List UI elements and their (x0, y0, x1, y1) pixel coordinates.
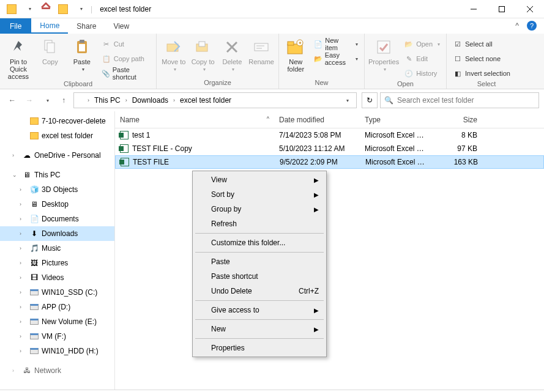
ctx-new[interactable]: New▶ (194, 322, 325, 336)
edit-button[interactable]: ✎Edit (401, 52, 442, 65)
close-button[interactable] (516, 0, 544, 18)
up-button[interactable]: ↑ (56, 93, 71, 108)
downloads-icon: ⬇ (29, 229, 39, 239)
svg-rect-9 (79, 44, 85, 51)
easy-access-icon: 📂 (314, 54, 322, 64)
chevron-right-icon[interactable]: › (86, 97, 91, 103)
refresh-button[interactable]: ↻ (362, 92, 378, 108)
move-to-button[interactable]: Move to▾ (160, 35, 187, 72)
file-row[interactable]: TEST FILE 9/5/2022 2:09 PM Microsoft Exc… (115, 155, 544, 169)
cut-button[interactable]: ✂Cut (99, 37, 152, 51)
copy-to-button[interactable]: Copy to▾ (190, 35, 217, 72)
copy-button[interactable]: Copy (35, 35, 65, 65)
qat-dropdown[interactable]: ▾ (22, 2, 35, 16)
file-list[interactable]: Name ^ Date modified Type Size test 1 7/… (115, 111, 544, 390)
invert-selection-button[interactable]: ◧Invert selection (450, 67, 513, 80)
group-label: Select (450, 80, 523, 89)
file-row[interactable]: test 1 7/14/2023 5:08 PM Microsoft Excel… (115, 128, 544, 142)
tree-item-drive[interactable]: ›WIN10_SSD (C:) (0, 285, 114, 300)
delete-button[interactable]: Delete▾ (219, 35, 246, 72)
tree-item-drive[interactable]: ›WIN10_HDD (H:) (0, 344, 114, 358)
tree-item[interactable]: ›🖼Pictures (0, 256, 114, 270)
help-button[interactable]: ? (524, 18, 539, 33)
history-button[interactable]: 🕘History (401, 67, 442, 80)
forward-button[interactable]: → (22, 93, 37, 108)
minimize-button[interactable] (460, 0, 488, 18)
easy-access-button[interactable]: 📂Easy access▾ (311, 52, 360, 65)
documents-icon: 📄 (29, 214, 39, 224)
tree-item-drive[interactable]: ›APP (D:) (0, 300, 114, 314)
ctx-paste[interactable]: Paste (194, 254, 325, 269)
chevron-right-icon[interactable]: › (124, 97, 129, 103)
ctx-groupby[interactable]: Group by▶ (194, 202, 325, 216)
address-dropdown[interactable]: ▾ (339, 93, 354, 108)
crumb-downloads[interactable]: Downloads (130, 96, 171, 105)
window-title: excel test folder (100, 5, 151, 13)
rename-button[interactable]: Rename (248, 35, 275, 65)
ctx-give-access[interactable]: Give access to▶ (194, 303, 325, 317)
tree-item[interactable]: 7-10-recover-delete (0, 114, 114, 128)
tree-item-thispc[interactable]: ⌄🖥This PC (0, 168, 114, 182)
tree-item-downloads[interactable]: ›⬇Downloads (0, 226, 114, 241)
tree-item[interactable]: ›🎵Music (0, 241, 114, 256)
chevron-right-icon[interactable]: › (172, 97, 176, 103)
ribbon-expand-icon[interactable]: ^ (510, 18, 524, 33)
chevron-right-icon: ▶ (314, 326, 319, 333)
new-folder-button[interactable]: ✦ New folder (283, 35, 309, 73)
tree-item-onedrive[interactable]: ›☁OneDrive - Personal (0, 148, 114, 163)
copy-path-button[interactable]: 📋Copy path (99, 52, 152, 65)
new-item-button[interactable]: 📄New item▾ (311, 37, 360, 51)
open-button[interactable]: 📂Open▾ (401, 37, 442, 51)
file-tab[interactable]: File (0, 18, 31, 34)
pin-quick-access-button[interactable]: Pin to Quick access (4, 35, 33, 80)
column-header-type[interactable]: Type (360, 116, 433, 124)
view-tab[interactable]: View (105, 18, 138, 34)
move-to-icon (164, 37, 184, 57)
crumb-this-pc[interactable]: This PC (92, 96, 123, 105)
column-header-size[interactable]: Size (433, 116, 482, 124)
delete-icon (222, 37, 242, 57)
search-input[interactable]: 🔍 Search excel test folder (380, 92, 539, 108)
select-all-button[interactable]: ☑Select all (450, 37, 513, 51)
ctx-refresh[interactable]: Refresh (194, 216, 325, 231)
back-button[interactable]: ← (5, 93, 20, 108)
ctx-customize[interactable]: Customize this folder... (194, 235, 325, 250)
select-none-button[interactable]: ☐Select none (450, 52, 513, 65)
navigation-tree[interactable]: 7-10-recover-delete excel test folder ›☁… (0, 111, 115, 390)
maximize-button[interactable] (488, 0, 516, 18)
ctx-view[interactable]: View▶ (194, 172, 325, 187)
tree-item[interactable]: excel test folder (0, 128, 114, 143)
properties-button[interactable]: Properties▾ (368, 35, 399, 72)
svg-rect-0 (42, 7, 50, 9)
ctx-properties[interactable]: Properties (194, 341, 325, 355)
tree-item-network[interactable]: ›🖧Network (0, 363, 114, 378)
crumb-current[interactable]: excel test folder (177, 96, 234, 105)
home-tab[interactable]: Home (31, 18, 68, 34)
copy-to-icon (193, 37, 213, 57)
address-bar[interactable]: › This PC › Downloads › excel test folde… (73, 92, 357, 108)
svg-text:✦: ✦ (298, 40, 302, 46)
paste-shortcut-button[interactable]: 📎Paste shortcut (99, 67, 152, 80)
tree-item[interactable]: ›🎞Videos (0, 270, 114, 285)
qat-overflow[interactable]: ▾ (73, 2, 87, 16)
tree-item[interactable]: ›🧊3D Objects (0, 182, 114, 197)
group-label: Organize (160, 79, 275, 89)
folder-icon-2 (56, 2, 70, 16)
qat-properties-icon[interactable] (39, 2, 53, 16)
paste-button[interactable]: Paste ▾ (67, 35, 97, 72)
share-tab[interactable]: Share (68, 18, 105, 34)
tree-item[interactable]: ›📄Documents (0, 212, 114, 226)
recent-dropdown[interactable]: ▾ (39, 93, 54, 108)
column-header-date[interactable]: Date modified (274, 116, 360, 124)
file-row[interactable]: TEST FILE - Copy 5/10/2023 11:12 AM Micr… (115, 142, 544, 155)
tree-item-drive[interactable]: ›New Volume (E:) (0, 314, 114, 329)
ctx-sortby[interactable]: Sort by▶ (194, 187, 325, 202)
ctx-undo-delete[interactable]: Undo DeleteCtrl+Z (194, 284, 325, 298)
separator (195, 319, 324, 320)
tree-item-drive[interactable]: ›VM (F:) (0, 329, 114, 344)
column-header-name[interactable]: Name ^ (115, 116, 274, 124)
separator (195, 338, 324, 339)
ctx-paste-shortcut[interactable]: Paste shortcut (194, 269, 325, 284)
tree-item[interactable]: ›🖥Desktop (0, 197, 114, 212)
svg-rect-12 (199, 42, 205, 46)
